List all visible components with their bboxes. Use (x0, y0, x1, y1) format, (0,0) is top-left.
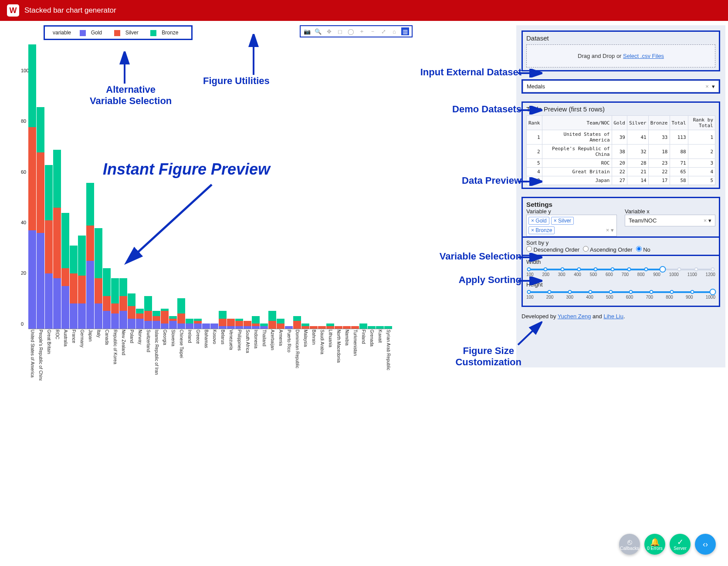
bar-column[interactable]: Italy (95, 228, 102, 329)
bar-column[interactable]: Bahrain (310, 326, 318, 329)
bar-segment-silver (161, 311, 169, 323)
bar-column[interactable]: Great Britain (45, 165, 53, 329)
home-icon[interactable]: ⌂ (390, 27, 398, 35)
var-y-input[interactable]: × Gold× Silver× Bronze× ▾ (526, 215, 617, 236)
pan-icon[interactable]: ✥ (325, 27, 333, 35)
clear-icon[interactable]: × (704, 217, 707, 224)
annotation-input-dataset: Input External Dataset (420, 67, 521, 78)
bar-column[interactable]: Philippines (235, 319, 243, 329)
bar-column[interactable]: Greece (194, 319, 202, 329)
clear-icon[interactable]: × (606, 227, 609, 233)
zoom-out-icon[interactable]: － (369, 27, 376, 35)
legend-item-bronze[interactable]: Bronze (150, 30, 182, 36)
bar-column[interactable]: Saudi Arabia (318, 326, 326, 329)
bar-column[interactable]: Dominican Republic (293, 316, 301, 329)
chip[interactable]: × Silver (551, 217, 574, 225)
bar-segment-silver (136, 313, 144, 319)
bar-column[interactable]: Indonesia (252, 316, 260, 329)
bar-column[interactable]: Turkmenistan (351, 326, 359, 329)
var-x-select[interactable]: Team/NOC × ▾ (625, 215, 715, 226)
bar-column[interactable]: Poland (128, 293, 135, 329)
select-value: Medals (527, 83, 545, 90)
bar-column[interactable]: Australia (61, 213, 69, 329)
bar-segment-bronze (293, 316, 301, 321)
bar-column[interactable]: Syrian Arab Republic (384, 326, 392, 329)
sort-radio[interactable]: Ascending Order (583, 246, 632, 253)
bar-column[interactable]: Thailand (260, 323, 268, 329)
bar-column[interactable]: Puerto Rico (285, 326, 293, 329)
width-slider[interactable]: 100200300400500600700800900100011001200 (526, 269, 715, 277)
table-preview-section: Table Preview (first 5 rows) RankTeam/NO… (521, 101, 720, 189)
bar-segment-silver (235, 321, 243, 326)
box-select-icon[interactable]: ◻ (336, 27, 344, 35)
table-row: 1United States of America3941331131 (527, 130, 715, 145)
sort-radio[interactable]: No (636, 246, 650, 253)
bar-column[interactable]: Slovenia (169, 316, 177, 329)
author-link-b[interactable]: Lihe Liu (603, 313, 623, 320)
legend-item-gold[interactable]: Gold (80, 30, 105, 36)
bar-column[interactable]: Namibia (343, 326, 351, 329)
chevron-down-icon[interactable]: ▾ (611, 227, 614, 233)
bar-column[interactable]: Ireland (186, 319, 193, 329)
bar-column[interactable]: Canada (103, 268, 111, 329)
legend-item-silver[interactable]: Silver (114, 30, 142, 36)
bar-column[interactable]: Switzerland (144, 296, 152, 329)
bar-segment-silver (103, 296, 111, 311)
bar-column[interactable]: France (70, 246, 78, 329)
slider-knob[interactable] (659, 266, 666, 273)
bar-column[interactable]: Georgia (161, 309, 169, 329)
bar-column[interactable]: Chinese Taipei (177, 298, 185, 328)
bar-column[interactable]: ROC (53, 150, 61, 328)
clear-icon[interactable]: × (705, 83, 709, 90)
bar-column[interactable]: Armenia (277, 319, 284, 329)
lasso-icon[interactable]: ◯ (347, 27, 355, 35)
bar-segment-gold (78, 303, 86, 329)
bar-column[interactable]: Kosovo (210, 323, 218, 329)
author-link-a[interactable]: Yuchen Zeng (558, 313, 591, 320)
toggle-logo-icon[interactable]: ▥ (401, 27, 409, 35)
bar-column[interactable]: Venezuela (227, 319, 235, 329)
slider-knob[interactable] (710, 289, 716, 295)
bar-segment-gold (219, 326, 227, 329)
bar-column[interactable]: South Africa (244, 321, 251, 328)
height-slider[interactable]: 1002003004005006007008009001000 (526, 291, 715, 300)
sort-radio[interactable]: Descending Order (526, 246, 579, 253)
bar-column[interactable]: Germany (78, 236, 86, 329)
bar-segment-gold (244, 326, 251, 329)
bar-column[interactable]: Islamic Republic of Iran (152, 311, 160, 328)
autoscale-icon[interactable]: ⤢ (379, 27, 387, 35)
bar-column[interactable]: Bahamas (202, 323, 210, 329)
zoom-magnify-icon[interactable]: 🔍 (314, 27, 322, 35)
select-files-link[interactable]: Select .csv Files (623, 53, 664, 59)
demo-dataset-select[interactable]: Medals × ▾ (523, 81, 719, 92)
bar-column[interactable]: Azerbaijan (268, 311, 276, 328)
bar-column[interactable]: North Macedonia (335, 326, 342, 329)
chip[interactable]: × Gold (528, 217, 549, 225)
bar-column[interactable]: Malaysia (301, 323, 309, 329)
bar-column[interactable]: Grenada (368, 326, 376, 329)
bar-segment-silver (144, 311, 152, 321)
x-tick-label: Finland (361, 330, 366, 344)
bar-column[interactable]: United States of America (28, 44, 36, 329)
zoom-in-icon[interactable]: ＋ (358, 27, 366, 35)
bar-column[interactable]: Norway (136, 309, 144, 329)
bar-column[interactable]: Finland (359, 323, 367, 329)
upload-dropzone[interactable]: Drag and Drop or Select .csv Files (526, 44, 715, 67)
chip[interactable]: × Bronze (528, 226, 555, 234)
bar-column[interactable]: Republic of Korea (111, 278, 119, 329)
bar-column[interactable]: People's Republic of China (37, 107, 44, 329)
bar-column[interactable]: Kuwait (376, 326, 384, 329)
x-tick-label: New Zealand (121, 330, 126, 355)
bar-column[interactable]: Lithuania (326, 323, 334, 329)
arrow-icon (120, 182, 216, 269)
x-tick-label: Slovenia (171, 330, 176, 346)
bar-column[interactable]: Japan (86, 183, 94, 329)
bar-column[interactable]: New Zealand (119, 278, 127, 329)
bar-column[interactable]: Belarus (219, 311, 227, 328)
bar-segment-silver (152, 316, 160, 321)
figure-modebar: 📷 🔍 ✥ ◻ ◯ ＋ － ⤢ ⌂ ▥ (300, 25, 413, 37)
camera-icon[interactable]: 📷 (303, 27, 311, 35)
x-tick-label: Syrian Arab Republic (386, 330, 391, 370)
chevron-down-icon[interactable]: ▾ (712, 83, 715, 90)
chevron-down-icon[interactable]: ▾ (708, 217, 711, 224)
